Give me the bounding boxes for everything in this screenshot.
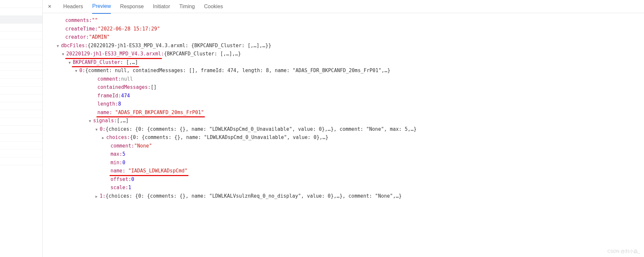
json-signal-item-0[interactable]: ▼ 0: {choices: {0: {comments: {}, name: …: [49, 125, 644, 134]
json-prop-min[interactable]: min: 0: [49, 159, 644, 167]
devtools-tabs: × Headers Preview Response Initiator Tim…: [43, 0, 644, 13]
json-prop-comment[interactable]: comment: null: [49, 75, 644, 84]
expand-toggle-icon[interactable]: ▼: [57, 43, 61, 49]
expand-toggle-icon[interactable]: ▼: [62, 51, 66, 58]
json-array-item-0[interactable]: ▼ 0: {comment: null, containedMessages: …: [49, 67, 644, 75]
tab-timing[interactable]: Timing: [179, 0, 195, 13]
json-prop-choices[interactable]: ▶ choices: {0: {comments: {}, name: "LDW…: [49, 133, 644, 142]
json-tree: comments: "" createTime: "2022-06-28 15:…: [43, 13, 644, 204]
json-prop-frameid[interactable]: frameId: 474: [49, 92, 644, 100]
tab-headers[interactable]: Headers: [63, 0, 83, 13]
tab-response[interactable]: Response: [120, 0, 144, 13]
expand-toggle-icon[interactable]: ▼: [69, 60, 73, 66]
json-prop-dbcfiles[interactable]: ▼ dbcFiles: {20220129-jh1-ES33_MPD_V4.3.…: [49, 42, 644, 50]
json-prop-file[interactable]: ▼ 20220129-jh1-ES33_MPD_V4.3.arxml: {BKP…: [49, 50, 644, 58]
json-prop-createtime[interactable]: createTime: "2022-06-28 15:17:29": [49, 25, 644, 33]
json-prop-sig-name[interactable]: name: "IADAS_LDWLKADspCmd": [49, 167, 644, 175]
json-prop-signals[interactable]: ▼ signals: [,…]: [49, 117, 644, 125]
json-prop-max[interactable]: max: 5: [49, 150, 644, 159]
tab-cookies[interactable]: Cookies: [204, 0, 223, 13]
json-prop-comments[interactable]: comments: "": [49, 16, 644, 25]
tab-preview[interactable]: Preview: [92, 0, 111, 14]
json-prop-sig-comment[interactable]: comment: "None": [49, 142, 644, 150]
collapse-toggle-icon[interactable]: ▶: [102, 135, 106, 141]
request-list-sidebar: [0, 0, 43, 257]
collapse-toggle-icon[interactable]: ▶: [95, 194, 100, 200]
json-prop-cluster[interactable]: ▼ BKPCANFD_Cluster: [,…]: [49, 58, 644, 67]
expand-toggle-icon[interactable]: ▼: [89, 118, 93, 125]
watermark: CSDN @刘小蟲_: [607, 248, 640, 255]
expand-toggle-icon[interactable]: ▼: [75, 68, 79, 74]
json-prop-scale[interactable]: scale: 1: [49, 184, 644, 192]
close-icon[interactable]: ×: [45, 1, 54, 11]
json-prop-containedmessages[interactable]: containedMessages: []: [49, 83, 644, 92]
json-prop-offset[interactable]: offset: 0: [49, 175, 644, 184]
expand-toggle-icon[interactable]: ▼: [95, 127, 100, 133]
tab-initiator[interactable]: Initiator: [153, 0, 170, 13]
json-signal-item-1[interactable]: ▶ 1: {choices: {0: {comments: {}, name: …: [49, 192, 644, 201]
json-prop-creator[interactable]: creator: "ADMIN": [49, 33, 644, 42]
json-prop-length[interactable]: length: 8: [49, 100, 644, 109]
json-prop-name[interactable]: name: "ADAS_FDR_BKPCANFD_20ms_FrP01": [49, 109, 644, 117]
